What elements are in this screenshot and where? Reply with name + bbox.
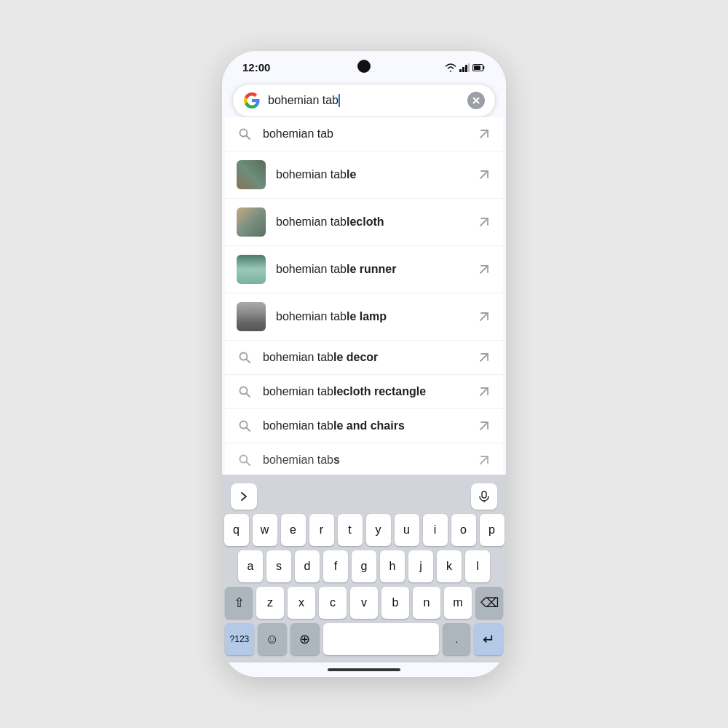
key-j[interactable]: j <box>408 550 433 582</box>
arrow-icon[interactable] <box>477 215 491 229</box>
key-enter[interactable]: ↵ <box>474 623 503 655</box>
key-numbers[interactable]: ?123 <box>225 623 254 655</box>
keyboard-mic-btn[interactable] <box>471 483 497 510</box>
suggestion-prefix: bohemian tab <box>276 215 347 228</box>
svg-line-17 <box>247 394 250 397</box>
suggestion-label: bohemian table <box>276 168 467 181</box>
arrow-icon[interactable] <box>477 262 491 277</box>
svg-rect-25 <box>482 491 486 498</box>
cursor <box>339 94 340 107</box>
suggestion-item[interactable]: bohemian table and chairs <box>225 409 503 443</box>
key-k[interactable]: k <box>437 550 462 582</box>
key-l[interactable]: l <box>465 550 490 582</box>
search-icon <box>237 349 253 365</box>
key-f[interactable]: f <box>323 550 348 582</box>
key-shift[interactable]: ⇧ <box>225 587 253 619</box>
svg-rect-3 <box>468 63 470 72</box>
arrow-icon[interactable] <box>477 350 491 365</box>
suggestion-thumbnail <box>237 160 266 189</box>
key-r[interactable]: r <box>309 514 334 546</box>
svg-line-10 <box>480 218 488 226</box>
arrow-icon[interactable] <box>477 309 491 324</box>
arrow-icon[interactable] <box>477 127 491 141</box>
suggestion-item-partial[interactable]: bohemian tabs <box>225 443 503 471</box>
key-backspace[interactable]: ⌫ <box>475 587 503 619</box>
suggestion-thumbnail <box>237 255 266 284</box>
key-a[interactable]: a <box>238 550 263 582</box>
arrow-icon[interactable] <box>477 167 491 182</box>
key-space[interactable] <box>323 623 440 655</box>
key-n[interactable]: n <box>413 587 440 619</box>
suggestion-suffix: le <box>347 168 356 181</box>
status-bar: 12:00 <box>222 51 506 78</box>
suggestion-prefix: bohemian tab <box>263 127 333 140</box>
key-b[interactable]: b <box>381 587 409 619</box>
key-i[interactable]: i <box>423 514 448 546</box>
suggestion-item[interactable]: bohemian table runner <box>225 246 503 293</box>
suggestion-item[interactable]: bohemian table lamp <box>225 293 503 341</box>
key-x[interactable]: x <box>288 587 315 619</box>
keyboard-row-2: a s d f g h j k l <box>225 550 503 582</box>
suggestion-item[interactable]: bohemian tablecloth <box>225 199 503 246</box>
key-s[interactable]: s <box>266 550 291 582</box>
search-icon <box>237 452 253 468</box>
svg-line-14 <box>247 360 250 363</box>
key-o[interactable]: o <box>451 514 476 546</box>
key-c[interactable]: c <box>319 587 347 619</box>
keyboard-arrow-btn[interactable] <box>231 483 257 510</box>
keyboard-row-4: ?123 ☺ ⊕ . ↵ <box>225 623 503 655</box>
search-icon <box>237 418 253 434</box>
key-period[interactable]: . <box>443 623 470 655</box>
svg-rect-5 <box>474 66 480 70</box>
key-d[interactable]: d <box>295 550 320 582</box>
svg-line-11 <box>480 266 488 273</box>
keyboard-toolbar <box>225 480 503 514</box>
svg-line-7 <box>247 136 250 140</box>
phone-frame: 12:00 <box>222 51 506 677</box>
key-t[interactable]: t <box>338 514 363 546</box>
status-time: 12:00 <box>242 61 270 74</box>
search-input[interactable]: bohemian tab <box>268 94 460 108</box>
arrow-icon[interactable] <box>477 384 491 399</box>
arrow-icon[interactable] <box>477 419 491 433</box>
thumb-image <box>237 160 266 189</box>
suggestions-list: bohemian tab bohemian table bohe <box>225 117 503 475</box>
key-w[interactable]: w <box>253 514 277 546</box>
home-bar <box>328 668 400 671</box>
suggestion-prefix: bohemian tab <box>276 310 347 323</box>
svg-line-8 <box>480 130 488 138</box>
suggestion-suffix: le runner <box>347 263 396 275</box>
key-q[interactable]: q <box>224 514 249 546</box>
suggestion-suffix: le decor <box>333 351 378 363</box>
search-query-text: bohemian tab <box>268 94 339 106</box>
svg-line-18 <box>480 388 488 395</box>
key-v[interactable]: v <box>350 587 378 619</box>
arrow-icon[interactable] <box>477 453 491 467</box>
suggestion-item[interactable]: bohemian table decor <box>225 341 503 375</box>
search-icon <box>237 126 253 142</box>
suggestion-label: bohemian tab <box>263 127 467 141</box>
key-globe[interactable]: ⊕ <box>290 623 320 655</box>
suggestion-item[interactable]: bohemian table <box>225 151 503 199</box>
key-u[interactable]: u <box>395 514 419 546</box>
suggestion-item[interactable]: bohemian tab <box>225 117 503 151</box>
key-emoji[interactable]: ☺ <box>258 623 287 655</box>
suggestion-item[interactable]: bohemian tablecloth rectangle <box>225 375 503 409</box>
key-m[interactable]: m <box>444 587 472 619</box>
key-h[interactable]: h <box>380 550 405 582</box>
suggestion-label: bohemian tablecloth rectangle <box>263 385 467 398</box>
keyboard-area: q w e r t y u i o p a s d f g h j k l ⇧ … <box>222 475 506 662</box>
suggestion-prefix: bohemian tab <box>263 385 333 397</box>
clear-button[interactable] <box>467 92 485 109</box>
key-g[interactable]: g <box>352 550 376 582</box>
key-e[interactable]: e <box>281 514 306 546</box>
google-logo-icon <box>243 92 261 109</box>
suggestion-suffix: lecloth <box>347 215 384 228</box>
suggestion-label: bohemian tabs <box>263 454 467 467</box>
search-bar-container: bohemian tab <box>222 78 506 117</box>
search-bar[interactable]: bohemian tab <box>232 84 496 117</box>
key-p[interactable]: p <box>480 514 505 546</box>
key-z[interactable]: z <box>256 587 284 619</box>
key-y[interactable]: y <box>366 514 391 546</box>
suggestion-label: bohemian table lamp <box>276 310 467 323</box>
